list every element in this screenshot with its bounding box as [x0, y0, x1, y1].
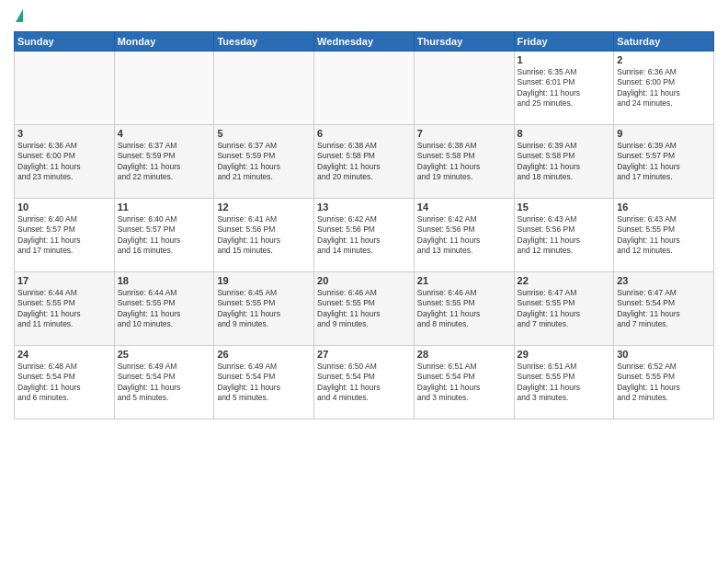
- day-number: 16: [617, 201, 711, 213]
- day-header-saturday: Saturday: [614, 32, 714, 52]
- day-info: Sunrise: 6:49 AM Sunset: 5:54 PM Dayligh…: [217, 362, 311, 404]
- day-header-tuesday: Tuesday: [214, 32, 314, 52]
- calendar-cell: 16Sunrise: 6:43 AM Sunset: 5:55 PM Dayli…: [614, 199, 714, 272]
- calendar-cell: 11Sunrise: 6:40 AM Sunset: 5:57 PM Dayli…: [114, 199, 214, 272]
- day-number: 28: [417, 349, 511, 360]
- day-number: 15: [518, 201, 611, 213]
- calendar-cell: 17Sunrise: 6:44 AM Sunset: 5:55 PM Dayli…: [15, 272, 115, 346]
- calendar-cell: 8Sunrise: 6:39 AM Sunset: 5:58 PM Daylig…: [514, 125, 614, 199]
- day-number: 3: [17, 128, 111, 139]
- day-info: Sunrise: 6:35 AM Sunset: 6:01 PM Dayligh…: [518, 67, 611, 109]
- calendar-cell: [414, 52, 514, 125]
- day-header-thursday: Thursday: [414, 32, 514, 52]
- calendar-cell: 12Sunrise: 6:41 AM Sunset: 5:56 PM Dayli…: [214, 199, 314, 272]
- day-number: 10: [17, 201, 111, 213]
- calendar-cell: 4Sunrise: 6:37 AM Sunset: 5:59 PM Daylig…: [114, 125, 214, 199]
- calendar-week-row: 1Sunrise: 6:35 AM Sunset: 6:01 PM Daylig…: [15, 52, 714, 125]
- calendar-cell: 23Sunrise: 6:47 AM Sunset: 5:54 PM Dayli…: [614, 272, 714, 346]
- day-info: Sunrise: 6:40 AM Sunset: 5:57 PM Dayligh…: [118, 214, 211, 257]
- day-number: 6: [317, 128, 411, 139]
- calendar-cell: 26Sunrise: 6:49 AM Sunset: 5:54 PM Dayli…: [214, 346, 314, 419]
- day-info: Sunrise: 6:38 AM Sunset: 5:58 PM Dayligh…: [317, 141, 411, 183]
- calendar-cell: 14Sunrise: 6:42 AM Sunset: 5:56 PM Dayli…: [414, 199, 514, 272]
- calendar-cell: 22Sunrise: 6:47 AM Sunset: 5:55 PM Dayli…: [514, 272, 614, 346]
- day-number: 7: [417, 128, 511, 139]
- header: [14, 9, 714, 24]
- day-header-sunday: Sunday: [15, 32, 115, 52]
- day-info: Sunrise: 6:37 AM Sunset: 5:59 PM Dayligh…: [217, 141, 311, 183]
- day-info: Sunrise: 6:43 AM Sunset: 5:56 PM Dayligh…: [518, 214, 611, 257]
- calendar-cell: 13Sunrise: 6:42 AM Sunset: 5:56 PM Dayli…: [314, 199, 415, 272]
- calendar-cell: 19Sunrise: 6:45 AM Sunset: 5:55 PM Dayli…: [214, 272, 314, 346]
- calendar-header-row: SundayMondayTuesdayWednesdayThursdayFrid…: [15, 32, 714, 52]
- day-info: Sunrise: 6:44 AM Sunset: 5:55 PM Dayligh…: [118, 288, 211, 330]
- day-number: 12: [217, 201, 311, 213]
- day-info: Sunrise: 6:36 AM Sunset: 6:00 PM Dayligh…: [617, 67, 711, 109]
- day-info: Sunrise: 6:46 AM Sunset: 5:55 PM Dayligh…: [317, 288, 411, 330]
- day-number: 2: [617, 54, 711, 65]
- calendar-cell: 18Sunrise: 6:44 AM Sunset: 5:55 PM Dayli…: [114, 272, 214, 346]
- calendar-cell: 25Sunrise: 6:49 AM Sunset: 5:54 PM Dayli…: [114, 346, 214, 419]
- day-number: 13: [317, 201, 411, 213]
- day-number: 1: [518, 54, 611, 65]
- calendar-week-row: 24Sunrise: 6:48 AM Sunset: 5:54 PM Dayli…: [15, 346, 714, 419]
- day-info: Sunrise: 6:40 AM Sunset: 5:57 PM Dayligh…: [17, 214, 111, 257]
- day-info: Sunrise: 6:51 AM Sunset: 5:55 PM Dayligh…: [518, 362, 611, 404]
- calendar-cell: 21Sunrise: 6:46 AM Sunset: 5:55 PM Dayli…: [414, 272, 514, 346]
- calendar-week-row: 10Sunrise: 6:40 AM Sunset: 5:57 PM Dayli…: [15, 199, 714, 272]
- calendar-week-row: 3Sunrise: 6:36 AM Sunset: 6:00 PM Daylig…: [15, 125, 714, 199]
- calendar-cell: 10Sunrise: 6:40 AM Sunset: 5:57 PM Dayli…: [15, 199, 115, 272]
- day-info: Sunrise: 6:47 AM Sunset: 5:54 PM Dayligh…: [617, 288, 711, 330]
- day-info: Sunrise: 6:38 AM Sunset: 5:58 PM Dayligh…: [417, 141, 511, 183]
- day-number: 23: [617, 275, 711, 286]
- calendar-cell: 24Sunrise: 6:48 AM Sunset: 5:54 PM Dayli…: [15, 346, 115, 419]
- logo: [14, 9, 23, 24]
- calendar-cell: 9Sunrise: 6:39 AM Sunset: 5:57 PM Daylig…: [614, 125, 714, 199]
- calendar-week-row: 17Sunrise: 6:44 AM Sunset: 5:55 PM Dayli…: [15, 272, 714, 346]
- day-number: 30: [617, 349, 711, 360]
- day-info: Sunrise: 6:43 AM Sunset: 5:55 PM Dayligh…: [617, 214, 711, 257]
- day-info: Sunrise: 6:39 AM Sunset: 5:58 PM Dayligh…: [518, 141, 611, 183]
- calendar-cell: 15Sunrise: 6:43 AM Sunset: 5:56 PM Dayli…: [514, 199, 614, 272]
- day-info: Sunrise: 6:37 AM Sunset: 5:59 PM Dayligh…: [118, 141, 211, 183]
- day-number: 19: [217, 275, 311, 286]
- day-number: 17: [17, 275, 111, 286]
- day-info: Sunrise: 6:52 AM Sunset: 5:55 PM Dayligh…: [617, 362, 711, 404]
- calendar-cell: 27Sunrise: 6:50 AM Sunset: 5:54 PM Dayli…: [314, 346, 415, 419]
- day-info: Sunrise: 6:48 AM Sunset: 5:54 PM Dayligh…: [17, 362, 111, 404]
- day-number: 14: [417, 201, 511, 213]
- calendar-cell: 6Sunrise: 6:38 AM Sunset: 5:58 PM Daylig…: [314, 125, 415, 199]
- calendar-table: SundayMondayTuesdayWednesdayThursdayFrid…: [14, 31, 714, 419]
- day-info: Sunrise: 6:47 AM Sunset: 5:55 PM Dayligh…: [518, 288, 611, 330]
- day-number: 9: [617, 128, 711, 139]
- day-info: Sunrise: 6:36 AM Sunset: 6:00 PM Dayligh…: [17, 141, 111, 183]
- day-number: 11: [118, 201, 211, 213]
- day-number: 24: [17, 349, 111, 360]
- day-info: Sunrise: 6:50 AM Sunset: 5:54 PM Dayligh…: [317, 362, 411, 404]
- day-number: 26: [217, 349, 311, 360]
- calendar-cell: [114, 52, 214, 125]
- day-number: 4: [118, 128, 211, 139]
- calendar-cell: 5Sunrise: 6:37 AM Sunset: 5:59 PM Daylig…: [214, 125, 314, 199]
- day-info: Sunrise: 6:44 AM Sunset: 5:55 PM Dayligh…: [17, 288, 111, 330]
- day-info: Sunrise: 6:51 AM Sunset: 5:54 PM Dayligh…: [417, 362, 511, 404]
- calendar-cell: 3Sunrise: 6:36 AM Sunset: 6:00 PM Daylig…: [15, 125, 115, 199]
- logo-triangle-icon: [16, 9, 23, 22]
- calendar-cell: 28Sunrise: 6:51 AM Sunset: 5:54 PM Dayli…: [414, 346, 514, 419]
- day-number: 25: [118, 349, 211, 360]
- day-info: Sunrise: 6:42 AM Sunset: 5:56 PM Dayligh…: [417, 214, 511, 257]
- day-info: Sunrise: 6:46 AM Sunset: 5:55 PM Dayligh…: [417, 288, 511, 330]
- calendar-cell: 1Sunrise: 6:35 AM Sunset: 6:01 PM Daylig…: [514, 52, 614, 125]
- day-number: 5: [217, 128, 311, 139]
- calendar-cell: [314, 52, 415, 125]
- day-info: Sunrise: 6:41 AM Sunset: 5:56 PM Dayligh…: [217, 214, 311, 257]
- page: SundayMondayTuesdayWednesdayThursdayFrid…: [0, 0, 728, 563]
- calendar-cell: [214, 52, 314, 125]
- calendar-cell: 7Sunrise: 6:38 AM Sunset: 5:58 PM Daylig…: [414, 125, 514, 199]
- calendar-cell: 29Sunrise: 6:51 AM Sunset: 5:55 PM Dayli…: [514, 346, 614, 419]
- day-info: Sunrise: 6:39 AM Sunset: 5:57 PM Dayligh…: [617, 141, 711, 183]
- day-info: Sunrise: 6:45 AM Sunset: 5:55 PM Dayligh…: [217, 288, 311, 330]
- day-number: 20: [317, 275, 411, 286]
- day-info: Sunrise: 6:49 AM Sunset: 5:54 PM Dayligh…: [118, 362, 211, 404]
- day-number: 22: [518, 275, 611, 286]
